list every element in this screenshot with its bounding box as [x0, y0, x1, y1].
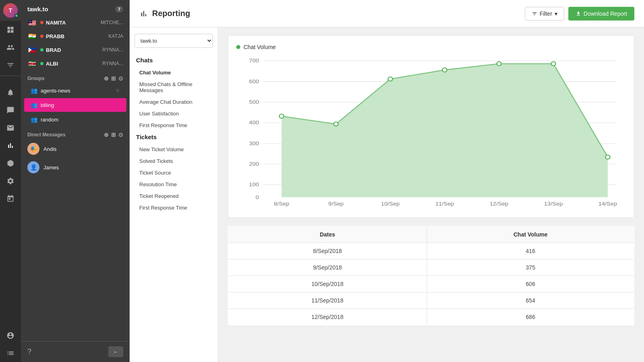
chat-icon-btn[interactable] — [0, 101, 21, 119]
search-group-btn[interactable]: ⊙ — [118, 75, 123, 82]
contact-agent: RYNNA... — [102, 47, 123, 53]
dm-actions: ⊕ ⊞ ⊙ — [104, 132, 123, 138]
svg-text:200: 200 — [249, 161, 259, 167]
chart-icon-btn[interactable] — [0, 137, 21, 154]
back-button[interactable]: ← — [108, 346, 123, 357]
table-cell-value: 686 — [427, 309, 634, 325]
table-cell-value: 375 — [427, 259, 634, 276]
svg-text:700: 700 — [249, 58, 259, 64]
svg-text:600: 600 — [249, 78, 259, 84]
page-title-container: Reporting — [139, 9, 190, 18]
add-dm-btn[interactable]: ⊕ — [104, 132, 109, 138]
svg-text:500: 500 — [249, 99, 259, 105]
table-cell-date: 9/Sep/2018 — [228, 259, 427, 276]
contact-albi[interactable]: 🇸🇷 ALBI RYNNA... — [21, 57, 130, 70]
person-icon-btn[interactable] — [0, 327, 21, 344]
dm-james[interactable]: 👤 James — [21, 158, 130, 177]
data-point-0 — [279, 114, 284, 118]
nav-resolution-time[interactable]: Resolution Time — [130, 179, 218, 190]
dm-name: Andis — [43, 146, 57, 152]
sidebar: tawk.to 7 🇲🇾 NAMITA MITCHE... 🇮🇳 PRABB K… — [21, 0, 130, 362]
svg-text:100: 100 — [249, 181, 259, 187]
nav-avg-duration[interactable]: Average Chat Duration — [130, 96, 218, 108]
data-point-6 — [605, 155, 610, 159]
nav-new-ticket[interactable]: New Ticket Volume — [130, 144, 218, 155]
contact-agent: MITCHE... — [101, 20, 123, 25]
nav-user-satisfaction[interactable]: User Satisfaction — [130, 108, 218, 119]
nav-ticket-source[interactable]: Ticket Source — [130, 167, 218, 179]
groups-section: Groups ⊕ ⊞ ⊙ — [21, 70, 130, 83]
nav-ticket-reopened[interactable]: Ticket Reopened — [130, 190, 218, 202]
data-point-1 — [334, 122, 338, 126]
data-point-2 — [388, 77, 392, 81]
download-report-button[interactable]: Download Report — [568, 7, 634, 21]
download-label: Download Report — [584, 10, 627, 17]
calendar-icon-btn[interactable] — [0, 190, 21, 208]
grid-icon-btn[interactable] — [0, 21, 21, 39]
svg-text:14/Sep: 14/Sep — [599, 200, 617, 206]
groups-actions: ⊕ ⊞ ⊙ — [104, 75, 123, 82]
legend-label: Chat Volume — [244, 44, 276, 50]
group-billing[interactable]: 👥 billing — [24, 98, 126, 112]
flag-icon: 🇲🇾 — [27, 19, 37, 26]
top-bar: Reporting Filter ▾ Download Report — [130, 0, 644, 27]
page-title: Reporting — [152, 9, 190, 18]
search-dm-btn[interactable]: ⊙ — [118, 132, 123, 138]
contact-namita[interactable]: 🇲🇾 NAMITA MITCHE... — [21, 16, 130, 29]
settings-icon-btn[interactable] — [0, 172, 21, 190]
table-header-volume: Chat Volume — [427, 226, 634, 243]
main-content: Reporting Filter ▾ Download Report tawk.… — [130, 0, 644, 362]
nav-first-response-tickets[interactable]: First Response Time — [130, 202, 218, 214]
svg-text:13/Sep: 13/Sep — [544, 200, 563, 206]
table-row: 12/Sep/2018 686 — [228, 309, 634, 325]
filter-button[interactable]: Filter ▾ — [525, 7, 564, 21]
group-name: billing — [41, 102, 120, 108]
notification-icon-btn[interactable] — [0, 84, 21, 101]
list-icon-btn[interactable] — [0, 344, 21, 362]
table-row: 8/Sep/2018 416 — [228, 243, 634, 259]
nav-first-response-chats[interactable]: First Response Time — [130, 119, 218, 131]
content-area: tawk.to Chats Chat Volume Missed Chats &… — [130, 27, 644, 362]
dm-andis[interactable]: 🎭 Andis — [21, 140, 130, 158]
tickets-section-title: Tickets — [130, 131, 218, 144]
copy-dm-btn[interactable]: ⊞ — [111, 132, 116, 138]
help-btn[interactable]: ? — [27, 348, 31, 356]
group-agents-news[interactable]: 👥 agents-news ☆ — [24, 84, 126, 97]
table-cell-value: 606 — [427, 276, 634, 292]
add-group-btn[interactable]: ⊕ — [104, 75, 109, 82]
status-dot — [40, 62, 43, 65]
mail-icon-btn[interactable] — [0, 119, 21, 137]
nav-missed-chats[interactable]: Missed Chats & Offline Messages — [130, 78, 218, 96]
group-people-icon: 👥 — [31, 116, 37, 123]
box-icon-btn[interactable] — [0, 154, 21, 172]
star-icon: ☆ — [116, 88, 120, 93]
svg-text:0: 0 — [256, 194, 259, 200]
group-name: random — [41, 117, 120, 123]
user-avatar[interactable]: T — [0, 0, 21, 21]
table-cell-date: 8/Sep/2018 — [228, 243, 427, 259]
nav-chat-volume[interactable]: Chat Volume — [130, 67, 218, 78]
table-cell-value: 416 — [427, 243, 634, 259]
table-cell-date: 10/Sep/2018 — [228, 276, 427, 292]
copy-group-btn[interactable]: ⊞ — [111, 75, 116, 82]
svg-text:10/Sep: 10/Sep — [381, 200, 400, 206]
property-select[interactable]: tawk.to — [134, 34, 213, 48]
contact-prabb[interactable]: 🇮🇳 PRABB KATJA — [21, 29, 130, 43]
svg-rect-1 — [11, 27, 14, 30]
download-icon — [576, 11, 581, 16]
group-name: agents-news — [41, 88, 116, 94]
filter-label: Filter — [540, 10, 552, 17]
contact-brad[interactable]: 🇵🇭 BRAD RYNNA... — [21, 43, 130, 57]
left-nav: tawk.to Chats Chat Volume Missed Chats &… — [130, 27, 218, 362]
chats-section-title: Chats — [130, 54, 218, 67]
svg-text:300: 300 — [249, 140, 259, 146]
nav-solved-tickets[interactable]: Solved Tickets — [130, 155, 218, 167]
table-header-dates: Dates — [228, 226, 427, 243]
contact-name: ALBI — [46, 61, 102, 67]
data-point-3 — [442, 68, 447, 72]
people-icon-btn[interactable] — [0, 39, 21, 56]
reporting-icon — [139, 9, 148, 18]
top-actions: Filter ▾ Download Report — [525, 7, 634, 21]
group-random[interactable]: 👥 random — [24, 113, 126, 126]
filter-icon-btn[interactable] — [0, 56, 21, 74]
